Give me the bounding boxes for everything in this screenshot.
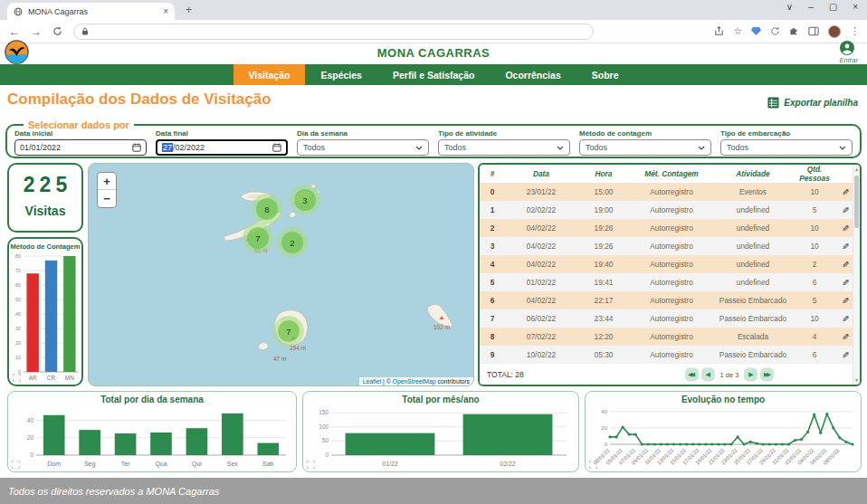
map-zoom-out-button[interactable]: − (98, 190, 116, 207)
map-cluster-marker[interactable]: 7 (278, 320, 300, 342)
nav-item-perfil-e-satisfacao[interactable]: Perfil e Satisfação (377, 64, 490, 85)
extension-shield-icon[interactable] (751, 26, 761, 36)
map-cluster-marker[interactable]: 8 (256, 198, 278, 220)
dia-da-semana-label: Dia da semana (297, 129, 429, 138)
lock-icon (81, 27, 89, 35)
scroll-down-icon[interactable]: ▼ (853, 377, 860, 383)
window-chevron-icon[interactable]: ∨ (786, 2, 793, 12)
expand-icon[interactable] (589, 461, 597, 469)
expand-icon[interactable] (12, 461, 20, 469)
edit-icon[interactable]: ✎ (842, 278, 849, 288)
profile-avatar[interactable] (828, 25, 841, 38)
back-icon[interactable]: ← (9, 25, 20, 38)
login-control[interactable]: Entrar (840, 41, 858, 64)
sidebar-icon[interactable] (808, 26, 819, 36)
bookmark-star-icon[interactable]: ☆ (733, 25, 742, 37)
calendar-icon (272, 143, 281, 152)
edit-icon[interactable]: ✎ (842, 223, 849, 233)
edit-icon[interactable]: ✎ (842, 296, 849, 306)
cell-: 7 (480, 314, 505, 323)
map-zoom-in-button[interactable]: + (98, 173, 116, 190)
tipo-de-embarcacao-field: Tipo de embarcaçãoTodos (720, 129, 853, 156)
expand-icon[interactable] (13, 374, 21, 382)
map-cluster-marker[interactable]: 2 (281, 232, 303, 253)
page-prev-button[interactable]: ◀ (701, 367, 715, 381)
site-favicon-icon (14, 7, 23, 16)
site-footer: Todos os direitos reservados a MONA Caga… (0, 478, 867, 504)
extensions-puzzle-icon[interactable] (789, 26, 799, 36)
nav-item-sobre[interactable]: Sobre (576, 64, 634, 85)
export-spreadsheet-button[interactable]: Exportar planilha (767, 97, 858, 109)
page-last-button[interactable]: ▶▶ (760, 367, 774, 381)
cell-hora: 05:30 (577, 350, 630, 359)
browser-menu-icon[interactable]: ⋮ (850, 25, 860, 37)
svg-text:20: 20 (15, 340, 21, 346)
cell-data: 10/02/22 (505, 350, 577, 359)
edit-icon[interactable]: ✎ (842, 242, 849, 252)
dia-da-semana-select[interactable]: Todos (297, 139, 429, 156)
map-zoom-control: + − (97, 172, 117, 208)
map-cluster-marker[interactable]: 3 (294, 189, 316, 211)
pagination: ◀◀ ◀ 1 de 3 ▶ ▶▶ (685, 367, 775, 381)
svg-text:50: 50 (15, 297, 21, 302)
cell-data: 01/02/22 (505, 278, 577, 287)
cell-qtd-pessoas: 10 (793, 314, 836, 323)
edit-icon[interactable]: ✎ (842, 260, 849, 270)
window-close-icon[interactable]: × (853, 2, 858, 12)
user-icon[interactable] (840, 41, 854, 55)
data-inicial-input[interactable]: 01/01/2022 (14, 139, 147, 156)
login-label[interactable]: Entrar (840, 56, 858, 64)
cell-qtd-pessoas: 10 (793, 187, 836, 196)
timeline-chart-card: Evolução no tempo 0204003/01/2205/01/220… (585, 391, 862, 472)
table-row: 604/02/2222:17AutorregistroPasseio Embar… (480, 291, 860, 309)
window-restore-icon[interactable]: ▢ (829, 2, 837, 12)
total-value: 28 (515, 370, 523, 379)
svg-text:40: 40 (15, 311, 21, 317)
table-scrollbar[interactable]: ▲ ▼ (853, 165, 860, 385)
cell-qtd-pessoas: 6 (793, 350, 836, 359)
cell-atividade: undefined (713, 278, 793, 287)
nav-item-especies[interactable]: Espécies (305, 64, 377, 85)
map-cluster-marker[interactable]: 7 (247, 227, 269, 249)
osm-link[interactable]: OpenStreetMap (393, 378, 436, 385)
edit-icon[interactable]: ✎ (842, 350, 849, 360)
nav-item-visitacao[interactable]: Visitação (233, 64, 306, 85)
new-tab-button[interactable]: + (186, 4, 192, 16)
browser-toolbar: ← → ☆ ⋮ (0, 20, 867, 43)
edit-icon[interactable]: ✎ (842, 187, 849, 197)
window-minimize-icon[interactable]: – (808, 2, 814, 12)
dia-da-semana-field: Dia da semanaTodos (297, 129, 429, 156)
tab-close-icon[interactable]: × (163, 6, 168, 16)
cell-qtd-pessoas: 2 (793, 260, 836, 269)
metodo-de-contagem-select[interactable]: Todos (579, 139, 711, 156)
forward-icon[interactable]: → (31, 25, 42, 38)
table-row: 706/02/2223:44AutorregistroPasseio Embar… (480, 309, 860, 328)
edit-icon[interactable]: ✎ (842, 332, 849, 342)
edit-icon[interactable]: ✎ (842, 314, 849, 324)
cell-data: 23/01/22 (505, 187, 577, 196)
metodo-de-contagem-label: Método de contagem (579, 129, 711, 138)
leaflet-link[interactable]: Leaflet (363, 378, 381, 385)
svg-text:50: 50 (322, 437, 329, 443)
metodo-contagem-card: Método de Contagem 01020304050607080ARCR… (7, 237, 83, 386)
refresh-circle-icon[interactable] (770, 26, 780, 36)
scroll-up-icon[interactable]: ▲ (853, 166, 860, 172)
leaflet-map[interactable]: + − 8372766 m294 m47 m102 m Leaflet | © … (88, 163, 474, 386)
data-final-input[interactable]: 27/02/2022 (156, 139, 288, 156)
share-icon[interactable] (714, 26, 724, 36)
page-first-button[interactable]: ◀◀ (685, 367, 699, 381)
reload-icon[interactable] (52, 26, 62, 36)
scrollbar-thumb[interactable] (854, 176, 859, 228)
nav-item-ocorrencias[interactable]: Ocorrências (490, 64, 576, 85)
browser-tab[interactable]: MONA Cagarras × (7, 3, 175, 20)
expand-icon[interactable] (307, 461, 315, 469)
edit-icon[interactable]: ✎ (842, 205, 849, 215)
svg-text:CR: CR (47, 375, 56, 381)
page-next-button[interactable]: ▶ (744, 367, 757, 381)
tipo-de-embarcacao-select[interactable]: Todos (720, 139, 853, 156)
cell-atividade: undefined (713, 260, 793, 269)
map-elevation-label: 294 m (290, 345, 306, 351)
address-bar[interactable] (73, 24, 594, 40)
tipo-de-atividade-select[interactable]: Todos (438, 139, 570, 156)
cell-met-contagem: Autorregistro (630, 187, 713, 196)
